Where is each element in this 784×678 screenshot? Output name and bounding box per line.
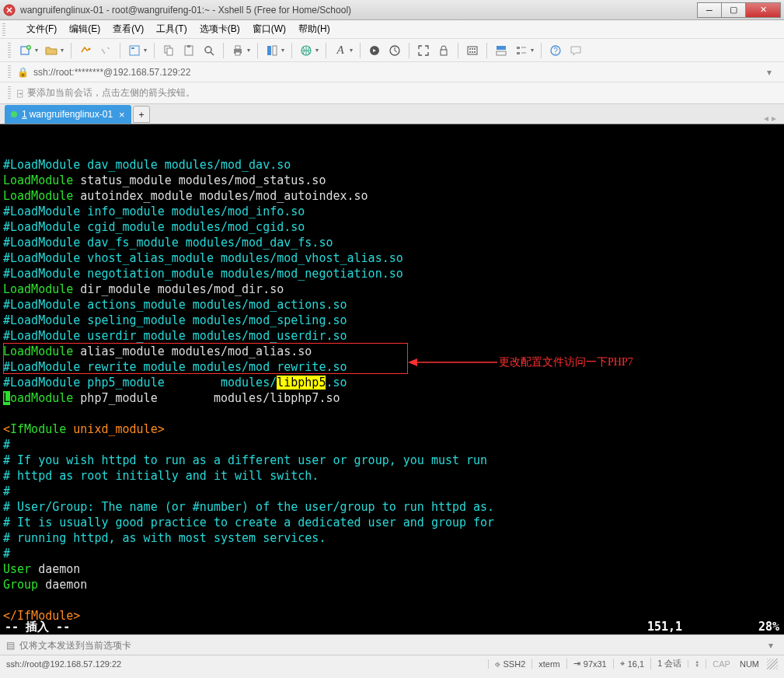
menu-item[interactable]: 帮助(H) bbox=[292, 21, 336, 37]
reconnect-button[interactable] bbox=[77, 42, 94, 59]
tab-bar: 1 wangruifenglinux-01 × ＋ ◂ ▸ bbox=[0, 104, 784, 124]
bookmark-arrow-icon[interactable]: ⍈ bbox=[17, 88, 23, 99]
tab-prev-icon[interactable]: ◂ bbox=[764, 113, 768, 124]
svg-rect-27 bbox=[497, 46, 506, 50]
vim-position: 151,1 bbox=[647, 619, 740, 634]
tab-next-icon[interactable]: ▸ bbox=[772, 113, 776, 124]
dropdown-arrow-icon[interactable]: ▾ bbox=[764, 640, 778, 651]
fullscreen-button[interactable] bbox=[415, 42, 432, 59]
dropdown-arrow-icon[interactable]: ▾ bbox=[61, 47, 64, 54]
menu-bar: 文件(F)编辑(E)查看(V)工具(T)选项卡(B)窗口(W)帮助(H) bbox=[0, 20, 784, 39]
menu-item[interactable]: 窗口(W) bbox=[246, 21, 292, 37]
send-icon[interactable]: ▤ bbox=[6, 640, 15, 651]
status-size: 97x31 bbox=[584, 659, 607, 669]
svg-rect-14 bbox=[267, 46, 271, 55]
font-button[interactable]: A bbox=[332, 42, 349, 59]
send-bar: ▤ ▾ bbox=[0, 634, 784, 655]
svg-rect-30 bbox=[517, 52, 520, 54]
terminal-line bbox=[3, 592, 781, 608]
web-button[interactable] bbox=[298, 42, 315, 59]
grip-icon bbox=[8, 65, 11, 79]
status-dot-icon bbox=[11, 111, 17, 117]
close-button[interactable]: ✕ bbox=[745, 2, 781, 18]
annotation-text: 更改配置文件访问一下PHP7 bbox=[499, 355, 633, 370]
terminal-line: LoadModule autoindex_module modules/mod_… bbox=[3, 188, 781, 204]
terminal-line: Group daemon bbox=[3, 577, 781, 592]
view-button[interactable] bbox=[513, 42, 530, 59]
menu-item[interactable]: 工具(T) bbox=[150, 21, 193, 37]
chat-button[interactable] bbox=[567, 42, 584, 59]
open-button[interactable] bbox=[43, 42, 60, 59]
terminal-line: #LoadModule dav_module modules/mod_dav.s… bbox=[3, 157, 781, 173]
status-connection: ssh://root@192.168.57.129:22 bbox=[6, 659, 488, 669]
terminal-line: # bbox=[3, 546, 781, 561]
menu-item[interactable]: 查看(V) bbox=[106, 21, 150, 37]
find-button[interactable] bbox=[200, 42, 218, 59]
dropdown-arrow-icon[interactable]: ▾ bbox=[35, 47, 38, 54]
menu-item[interactable]: 文件(F) bbox=[20, 21, 63, 37]
new-session-button[interactable] bbox=[17, 42, 34, 59]
session-tab[interactable]: 1 wangruifenglinux-01 × bbox=[5, 105, 131, 124]
terminal-line: #LoadModule info_module modules/mod_info… bbox=[3, 204, 781, 219]
copy-button[interactable] bbox=[160, 42, 177, 59]
dropdown-arrow-icon[interactable]: ▾ bbox=[350, 47, 353, 54]
dropdown-arrow-icon[interactable]: ▾ bbox=[247, 47, 250, 54]
status-bar: ssh://root@192.168.57.129:22 ⎆SSH2 xterm… bbox=[0, 655, 784, 672]
resize-grip-icon[interactable] bbox=[767, 659, 778, 669]
status-cursor: 16,1 bbox=[628, 659, 644, 669]
terminal-line: LoadModule php7_module modules/libphp7.s… bbox=[3, 390, 781, 406]
terminal[interactable]: #LoadModule dav_module modules/mod_dav.s… bbox=[0, 124, 784, 634]
terminal-line: #LoadModule vhost_alias_module modules/m… bbox=[3, 250, 781, 266]
svg-rect-7 bbox=[167, 48, 172, 55]
status-sessions: 1 会话 bbox=[650, 658, 688, 669]
dropdown-arrow-icon[interactable]: ▾ bbox=[315, 47, 319, 54]
menu-item[interactable]: 选项卡(B) bbox=[193, 21, 246, 37]
clock-button[interactable] bbox=[386, 42, 403, 59]
terminal-line: #LoadModule cgid_module modules/mod_cgid… bbox=[3, 219, 781, 235]
tab-close-icon[interactable]: × bbox=[119, 109, 125, 121]
terminal-line: # User/Group: The name (or #number) of t… bbox=[3, 499, 781, 515]
svg-rect-5 bbox=[131, 47, 134, 49]
grip-icon bbox=[2, 23, 5, 36]
status-term: xterm bbox=[531, 659, 566, 669]
minimize-button[interactable]: ─ bbox=[697, 2, 722, 18]
terminal-line: # bbox=[3, 437, 781, 453]
properties-button[interactable] bbox=[126, 42, 143, 59]
updown-icon: ▲▼ bbox=[695, 660, 699, 668]
toggle-panel-button[interactable] bbox=[263, 42, 280, 59]
svg-point-26 bbox=[474, 51, 476, 53]
vim-status-line: -- 插入 -- 151,1 28% bbox=[0, 619, 784, 634]
terminal-line: # It is usually good practice to create … bbox=[3, 515, 781, 530]
svg-rect-9 bbox=[187, 45, 190, 47]
paste-button[interactable] bbox=[180, 42, 197, 59]
dropdown-arrow-icon[interactable]: ▾ bbox=[762, 67, 776, 78]
address-text[interactable]: ssh://root:********@192.168.57.129:22 bbox=[33, 67, 762, 78]
svg-point-10 bbox=[205, 47, 211, 53]
keypad-button[interactable] bbox=[464, 42, 481, 59]
menu-item[interactable]: 编辑(E) bbox=[63, 21, 106, 37]
svg-rect-13 bbox=[235, 52, 240, 55]
svg-text:?: ? bbox=[553, 47, 558, 55]
disconnect-button[interactable] bbox=[97, 42, 114, 59]
terminal-line: LoadModule status_module modules/mod_sta… bbox=[3, 173, 781, 188]
dropdown-arrow-icon[interactable]: ▾ bbox=[144, 47, 147, 54]
help-button[interactable]: ? bbox=[547, 42, 564, 59]
lock-button[interactable] bbox=[435, 42, 452, 59]
maximize-button[interactable]: ▢ bbox=[721, 2, 746, 18]
script-button[interactable] bbox=[366, 42, 383, 59]
window-title: wangruifenglinux-01 - root@wangruifeng-0… bbox=[20, 5, 698, 16]
grip-icon bbox=[8, 43, 11, 58]
print-button[interactable] bbox=[229, 42, 246, 59]
layout-button[interactable] bbox=[493, 42, 510, 59]
info-text: 要添加当前会话，点击左侧的箭头按钮。 bbox=[27, 86, 195, 100]
terminal-line: #LoadModule negotiation_module modules/m… bbox=[3, 266, 781, 281]
dropdown-arrow-icon[interactable]: ▾ bbox=[281, 47, 284, 54]
address-bar: 🔒 ssh://root:********@192.168.57.129:22 … bbox=[0, 62, 784, 82]
add-tab-button[interactable]: ＋ bbox=[133, 106, 150, 123]
dropdown-arrow-icon[interactable]: ▾ bbox=[531, 47, 534, 54]
terminal-line: <IfModule unixd_module> bbox=[3, 421, 781, 437]
send-input[interactable] bbox=[19, 640, 764, 651]
svg-rect-4 bbox=[130, 46, 139, 55]
terminal-line: LoadModule alias_module modules/mod_alia… bbox=[3, 344, 781, 359]
window-titlebar: wangruifenglinux-01 - root@wangruifeng-0… bbox=[0, 0, 784, 20]
